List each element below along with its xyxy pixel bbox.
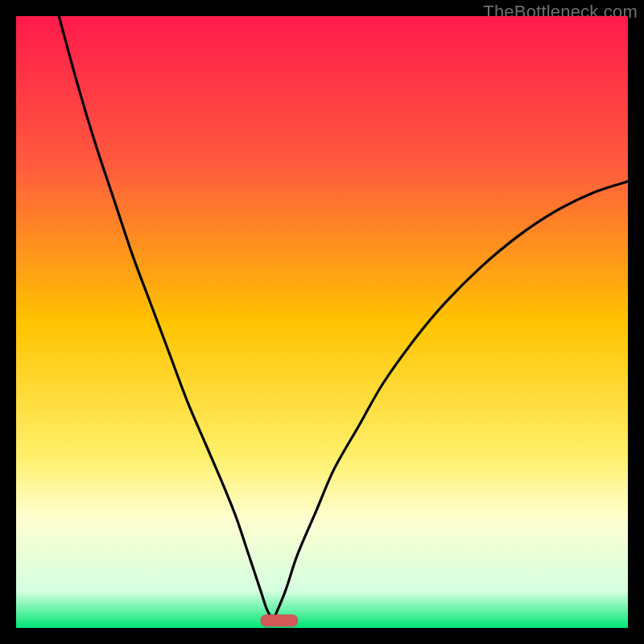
bottleneck-chart bbox=[16, 16, 628, 628]
chart-frame bbox=[16, 16, 628, 628]
optimum-marker bbox=[261, 615, 298, 626]
gradient-background bbox=[16, 16, 628, 628]
